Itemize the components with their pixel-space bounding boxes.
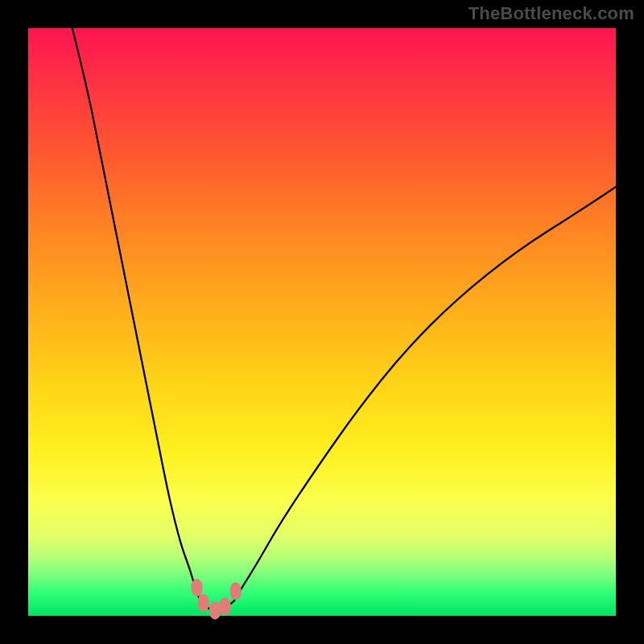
bottleneck-curve [72,28,616,610]
watermark-text: TheBottleneck.com [469,3,634,24]
curve-svg [28,28,616,616]
plot-area [28,28,616,616]
curve-marker [220,597,231,615]
curve-marker [230,582,242,600]
chart-frame: TheBottleneck.com [0,0,644,644]
curve-markers [192,579,242,619]
curve-marker [209,601,221,619]
curve-marker [198,594,209,612]
curve-marker [192,579,203,597]
